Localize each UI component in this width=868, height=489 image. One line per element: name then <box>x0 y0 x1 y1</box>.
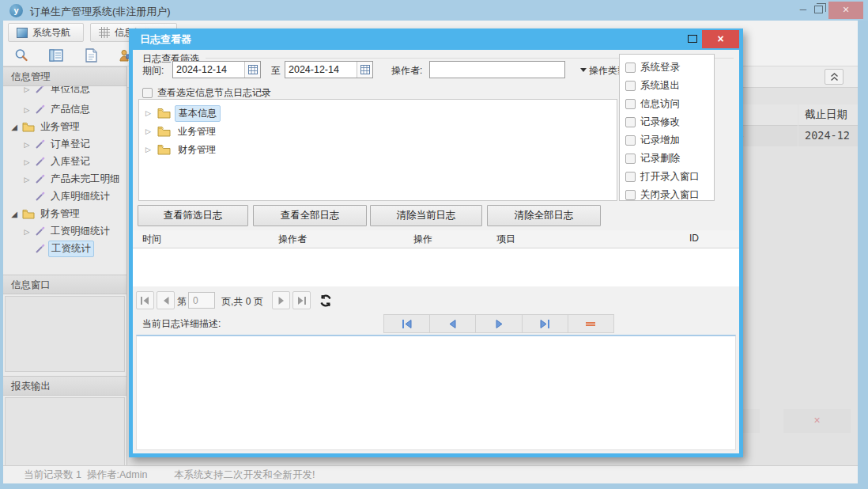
sidebar-item-product-info[interactable]: ▷ 产品信息 <box>3 101 127 118</box>
sidebar-item-inbound-stats[interactable]: 入库明细统计 <box>3 188 127 205</box>
checkbox-icon[interactable] <box>625 63 636 73</box>
log-column-operator[interactable]: 操作者 <box>278 233 307 246</box>
date-to-field[interactable] <box>285 61 373 78</box>
sidebar-item-business-mgmt[interactable]: ◢ 业务管理 <box>3 119 127 135</box>
sidebar-item-salary-stats[interactable]: 工资统计 <box>3 241 127 257</box>
document-icon <box>85 48 97 63</box>
nav-square-icon <box>17 28 28 38</box>
record-prev-button[interactable] <box>430 314 476 333</box>
log-table-body[interactable] <box>133 248 739 286</box>
optype-checkbox-row[interactable]: 记录删除 <box>625 150 714 168</box>
first-page-icon <box>141 297 149 305</box>
sidebar-header-info-mgmt[interactable]: 信息管理 <box>3 66 127 86</box>
sidebar-item-order-entry[interactable]: ▷ 订单登记 <box>3 136 127 153</box>
checkbox-icon[interactable] <box>625 81 636 91</box>
operator-input[interactable] <box>430 62 576 78</box>
calendar-picker-button[interactable] <box>357 62 372 78</box>
status-operator: 操作者:Admin <box>87 466 147 483</box>
date-from-input[interactable] <box>173 62 244 78</box>
log-column-id[interactable]: ID <box>689 233 699 244</box>
operator-label: 操作者: <box>391 64 422 78</box>
next-page-icon <box>278 297 285 305</box>
chevron-right-icon: ▷ <box>22 176 32 184</box>
clear-current-log-button[interactable]: 清除当前日志 <box>370 205 482 226</box>
document-tool-button[interactable] <box>79 45 103 66</box>
first-page-button[interactable] <box>136 291 154 309</box>
dialog-tree-item-business-mgmt[interactable]: ▷ 业务管理 <box>145 123 219 140</box>
column-header-end-date[interactable]: 截止日期 <box>798 104 858 126</box>
collapse-panel-button[interactable] <box>825 69 843 85</box>
cross-icon: × <box>813 414 820 426</box>
node-filter-checkbox-row[interactable]: 查看选定信息节点日志记录 <box>142 86 271 100</box>
optype-checkbox-row[interactable]: 关闭录入窗口 <box>625 186 714 201</box>
wand-icon <box>35 139 45 150</box>
checkbox-icon[interactable] <box>625 154 636 164</box>
dialog-close-button[interactable]: × <box>702 30 739 48</box>
view-all-logs-button[interactable]: 查看全部日志 <box>253 205 367 226</box>
list-tool-button[interactable] <box>44 45 68 66</box>
dialog-tree-item-finance-mgmt[interactable]: ▷ 财务管理 <box>145 141 219 158</box>
record-next-button[interactable] <box>476 314 522 333</box>
sidebar-item-unfinished-detail[interactable]: ▷ 产品未完工明细 <box>3 171 127 188</box>
sidebar-header-report-output[interactable]: 报表输出 <box>3 376 127 396</box>
next-page-button[interactable] <box>272 291 290 309</box>
chevron-expanded-icon: ◢ <box>9 210 19 218</box>
log-column-time[interactable]: 时间 <box>142 233 161 246</box>
optype-checkbox-row[interactable]: 打开录入窗口 <box>625 168 714 186</box>
operation-type-list: 系统登录 系统退出 信息访问 记录修改 记录增加 记录删除 打开录入窗口 关闭录… <box>619 54 715 201</box>
window-title: 订单生产管理系统(非注册用户) <box>30 5 171 19</box>
sidebar-item-label: 入库明细统计 <box>48 189 112 204</box>
search-tool-button[interactable] <box>9 45 33 66</box>
page-number-input[interactable] <box>188 292 215 309</box>
chevron-down-icon <box>580 68 587 72</box>
checkbox-icon[interactable] <box>625 135 636 146</box>
calendar-icon <box>248 65 258 74</box>
last-page-button[interactable] <box>292 291 311 309</box>
clear-all-logs-button[interactable]: 清除全部日志 <box>487 205 601 226</box>
date-from-field[interactable] <box>172 61 261 78</box>
optype-checkbox-row[interactable]: 系统退出 <box>625 77 714 95</box>
sidebar-item-inbound-entry[interactable]: ▷ 入库登记 <box>3 154 127 170</box>
optype-checkbox-row[interactable]: 记录增加 <box>625 131 714 150</box>
record-first-button[interactable] <box>383 314 430 333</box>
optype-checkbox-row[interactable]: 记录修改 <box>625 113 714 131</box>
optype-label-text: 记录修改 <box>640 116 680 129</box>
record-last-button[interactable] <box>523 314 568 333</box>
sidebar-header-info-window[interactable]: 信息窗口 <box>3 275 127 294</box>
view-filtered-logs-button[interactable]: 查看筛选日志 <box>138 205 248 226</box>
date-to-input[interactable] <box>285 62 357 78</box>
operator-combobox[interactable] <box>429 61 565 78</box>
optype-checkbox-row[interactable]: 系统登录 <box>625 59 714 77</box>
tab-system-nav[interactable]: 系统导航 <box>8 23 84 42</box>
refresh-button[interactable] <box>316 291 334 309</box>
checkbox-icon[interactable] <box>625 172 636 182</box>
sidebar-item-finance-mgmt[interactable]: ◢ 财务管理 <box>3 206 127 222</box>
prev-page-button[interactable] <box>157 291 175 309</box>
sidebar-item-salary-detail[interactable]: ▷ 工资明细统计 <box>3 223 127 240</box>
record-delete-button[interactable] <box>568 314 614 333</box>
log-column-operation[interactable]: 操作 <box>413 233 432 246</box>
optype-label-text: 信息访问 <box>640 97 680 111</box>
sidebar-panel-info-window <box>5 296 125 372</box>
folder-icon <box>157 144 171 155</box>
cancel-button[interactable]: × <box>783 409 851 433</box>
checkbox-icon[interactable] <box>625 99 636 109</box>
detail-description-textarea[interactable] <box>136 335 736 450</box>
folder-icon <box>157 126 171 137</box>
dialog-tree-item-basic-info[interactable]: ▷ 基本信息 <box>145 104 221 122</box>
main-titlebar: y 订单生产管理系统(非注册用户) – × <box>0 0 868 21</box>
minimize-button[interactable]: – <box>793 2 813 18</box>
restore-button[interactable] <box>814 6 823 13</box>
checkbox-icon[interactable] <box>625 190 636 200</box>
cell-end-date[interactable]: 2024-12 <box>798 126 858 146</box>
dialog-maximize-button[interactable] <box>688 35 697 43</box>
checkbox-icon[interactable] <box>142 88 153 98</box>
close-button[interactable]: × <box>828 2 863 19</box>
checkbox-icon[interactable] <box>625 117 636 127</box>
folder-icon <box>157 108 171 119</box>
sidebar-item-label: 财务管理 <box>38 207 82 222</box>
optype-checkbox-row[interactable]: 信息访问 <box>625 95 714 113</box>
calendar-picker-button[interactable] <box>244 62 260 78</box>
chevron-right-icon: ▷ <box>145 109 153 117</box>
log-column-item[interactable]: 项目 <box>496 233 515 246</box>
